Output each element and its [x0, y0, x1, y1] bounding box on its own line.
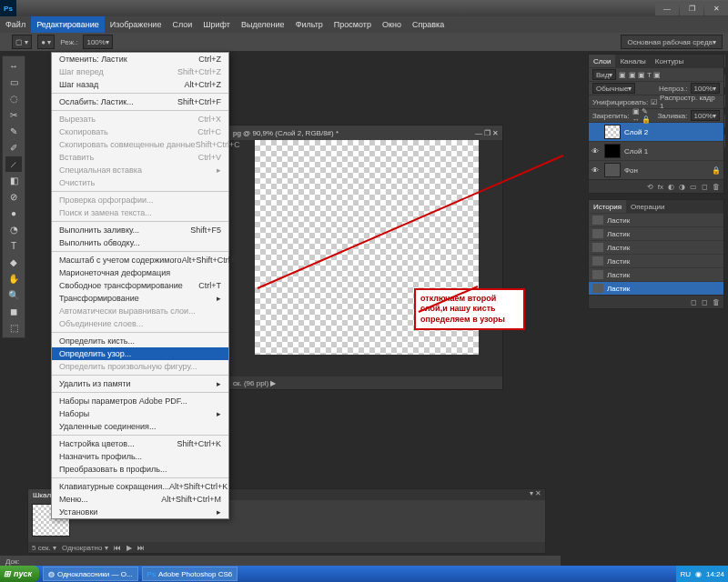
tool-icon[interactable]: ✎ [5, 124, 22, 139]
menu-item[interactable]: Настройка цветов...Shift+Ctrl+K [52, 437, 228, 450]
menu-Файл[interactable]: Файл [0, 16, 31, 33]
taskbar-item[interactable]: PsAdobe Photoshop CS6 [142, 567, 238, 581]
minimize-button[interactable]: — [655, 1, 679, 15]
history-row[interactable]: Ластик [589, 226, 723, 240]
document-window[interactable]: pg @ 90,9% (Слой 2, RGB/8#) * — ❐ ✕ ск. … [228, 125, 503, 390]
lang-indicator[interactable]: RU [680, 570, 691, 578]
tool-icon[interactable]: ⬚ [5, 320, 22, 336]
menu-item[interactable]: Масштаб с учетом содержимогоAlt+Shift+Ct… [52, 254, 228, 266]
menu-item[interactable]: Преобразовать в профиль... [52, 463, 228, 476]
new-layer-icon[interactable]: ◻ [702, 183, 708, 191]
tray-icon[interactable]: ◉ [695, 570, 702, 578]
history-row[interactable]: Ластик [589, 267, 723, 281]
menu-item[interactable]: Установки▸ [52, 506, 228, 518]
menu-item[interactable]: Удалить из памяти▸ [52, 377, 228, 390]
document-title[interactable]: pg @ 90,9% (Слой 2, RGB/8#) * — ❐ ✕ [229, 125, 502, 140]
layer-row[interactable]: Слой 2 [589, 122, 723, 141]
history-row[interactable]: Ластик [589, 240, 723, 254]
menu-item[interactable]: Ослабить: Ластик...Shift+Ctrl+F [52, 95, 228, 108]
menu-item[interactable]: Трансформирование▸ [52, 292, 228, 305]
visibility-toggle-icon[interactable]: 👁 [592, 166, 601, 175]
menu-item[interactable]: Марионеточная деформация [52, 266, 228, 279]
play-icon[interactable]: ▶ [126, 544, 132, 552]
history-row[interactable]: Ластик [589, 254, 723, 267]
tool-icon[interactable]: ◌ [5, 91, 22, 106]
menu-item[interactable]: Назначить профиль... [52, 450, 228, 463]
tool-icon[interactable]: ✂ [5, 107, 22, 123]
tool-icon[interactable]: ✐ [5, 140, 22, 156]
close-button[interactable]: ✕ [704, 1, 728, 15]
maximize-button[interactable]: ❐ [680, 1, 703, 15]
history-row[interactable]: Ластик [589, 281, 723, 295]
tab-layers[interactable]: Слои [589, 55, 615, 67]
menu-item[interactable]: Наборы▸ [52, 407, 228, 420]
tool-icon[interactable]: ◼ [5, 304, 22, 319]
tool-icon[interactable]: ✋ [5, 271, 22, 286]
link-layers-icon[interactable]: ⟲ [647, 183, 653, 191]
tool-icon[interactable]: 🔍 [5, 287, 22, 303]
tool-icon[interactable]: ⊘ [5, 189, 22, 205]
tool-icon[interactable]: ↔ [5, 58, 22, 74]
mask-icon[interactable]: ◐ [668, 183, 674, 191]
zoom-value[interactable]: 100% ▾ [83, 35, 112, 49]
system-tray[interactable]: RU ◉ 14:24 [676, 566, 728, 582]
tab-paths[interactable]: Контуры [651, 55, 688, 67]
tool-icon[interactable]: ● [5, 206, 22, 221]
menu-Выделение[interactable]: Выделение [236, 16, 290, 33]
layer-row[interactable]: 👁Слой 1 [589, 141, 723, 160]
tool-icon[interactable]: ◆ [5, 255, 22, 270]
tool-icon[interactable]: ◧ [5, 173, 22, 188]
snapshot-icon[interactable]: ◻ [691, 298, 697, 306]
menu-item[interactable]: Удаленные соединения... [52, 420, 228, 433]
menu-item[interactable]: Клавиатурные сокращения...Alt+Shift+Ctrl… [52, 480, 228, 493]
menu-Редактирование[interactable]: Редактирование [31, 16, 105, 33]
blend-mode-select[interactable]: Обычные ▾ [592, 83, 635, 94]
menu-Просмотр[interactable]: Просмотр [329, 16, 377, 33]
tool-icon[interactable]: ⟋ [5, 156, 22, 172]
menu-item[interactable]: Шаг назадAlt+Ctrl+Z [52, 78, 228, 91]
menu-item[interactable]: Меню...Alt+Shift+Ctrl+M [52, 493, 228, 506]
tab-history[interactable]: История [589, 200, 626, 213]
group-icon[interactable]: ▭ [690, 183, 697, 191]
tool-icon[interactable]: T [5, 238, 22, 254]
doc-maximize-icon[interactable]: ❐ [484, 129, 490, 137]
menu-Слои[interactable]: Слои [167, 16, 197, 33]
brush-picker[interactable]: ● ▾ [37, 35, 55, 49]
menu-item[interactable]: Определить кисть... [52, 335, 228, 347]
menu-Окно[interactable]: Окно [377, 16, 407, 33]
menu-item[interactable]: Определить узор... [52, 347, 228, 360]
new-state-icon[interactable]: ◻ [702, 298, 708, 306]
workspace-switcher[interactable]: Основная рабочая среда ▾ [621, 35, 723, 49]
clock[interactable]: 14:24 [706, 570, 724, 578]
history-row[interactable]: Ластик [589, 213, 723, 226]
menu-Фильтр[interactable]: Фильтр [290, 16, 329, 33]
trash-icon[interactable]: 🗑 [713, 183, 720, 191]
opacity-field[interactable]: 100% ▾ [691, 83, 720, 94]
menu-Изображение[interactable]: Изображение [105, 16, 167, 33]
loop-select[interactable]: Однократно ▾ [62, 544, 108, 552]
menu-item[interactable]: Выполнить обводку... [52, 236, 228, 249]
tool-preset-picker[interactable]: ▢ ▾ [12, 35, 32, 49]
prev-frame-icon[interactable]: ⏮ [114, 544, 121, 552]
tab-actions[interactable]: Операции [626, 200, 669, 213]
tool-icon[interactable]: ▭ [5, 75, 22, 90]
tool-icon[interactable]: ◔ [5, 222, 22, 237]
doc-minimize-icon[interactable]: — [475, 129, 482, 137]
menu-item[interactable]: Наборы параметров Adobe PDF... [52, 395, 228, 407]
tab-channels[interactable]: Каналы [615, 55, 650, 67]
menu-Шрифт[interactable]: Шрифт [197, 16, 236, 33]
frame-duration[interactable]: 5 сек. ▾ [32, 544, 56, 552]
layer-kind-filter[interactable]: Вид ▾ [592, 69, 616, 80]
panel-collapse-icon[interactable]: ▾ ✕ [526, 489, 545, 500]
fill-field[interactable]: 100% ▾ [691, 110, 720, 121]
visibility-toggle-icon[interactable]: 👁 [592, 147, 601, 156]
menu-item[interactable]: Свободное трансформированиеCtrl+T [52, 279, 228, 292]
start-button[interactable]: ⊞ пуск [0, 566, 39, 582]
menu-item[interactable]: Отменить: ЛастикCtrl+Z [52, 53, 228, 65]
menubar[interactable]: ФайлРедактированиеИзображениеСлоиШрифтВы… [0, 16, 728, 33]
next-frame-icon[interactable]: ⏭ [137, 544, 145, 552]
menu-Справка[interactable]: Справка [407, 16, 450, 33]
fx-icon[interactable]: fx [658, 183, 663, 191]
taskbar-item[interactable]: ◍Одноклассники — O... [43, 567, 137, 581]
menu-item[interactable]: Выполнить заливку...Shift+F5 [52, 224, 228, 236]
